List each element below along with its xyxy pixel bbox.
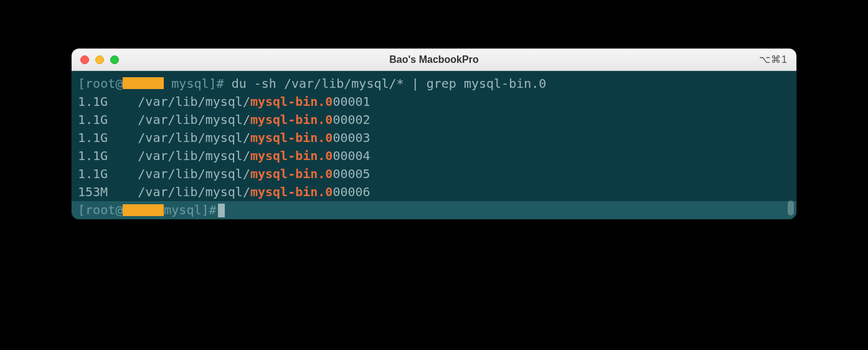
prompt-dir: mysql <box>164 76 209 91</box>
prompt-at: @ <box>115 76 123 91</box>
file-path-prefix: /var/lib/mysql/ <box>138 184 250 199</box>
hostname-redaction <box>123 77 164 89</box>
file-size: 1.1G <box>78 130 138 145</box>
file-path-suffix: 00003 <box>333 130 370 145</box>
prompt-open: [ <box>78 76 85 91</box>
terminal-body[interactable]: [root@ mysql]# du -sh /var/lib/mysql/* |… <box>72 71 796 219</box>
output-row: 1.1G /var/lib/mysql/mysql-bin.000003 <box>78 129 790 147</box>
file-path-prefix: /var/lib/mysql/ <box>138 94 250 109</box>
current-prompt-line[interactable]: [root@ mysql]# <box>72 201 796 219</box>
prompt-end: ]# <box>209 76 232 91</box>
file-path-suffix: 00006 <box>333 184 370 199</box>
grep-match: mysql-bin.0 <box>250 94 333 109</box>
prompt-user: root <box>85 76 115 91</box>
grep-match: mysql-bin.0 <box>250 184 333 199</box>
grep-match: mysql-bin.0 <box>250 166 333 181</box>
output-row: 1.1G /var/lib/mysql/mysql-bin.000001 <box>78 93 790 111</box>
prompt-dir: mysql <box>164 201 201 219</box>
file-path-prefix: /var/lib/mysql/ <box>138 148 250 163</box>
cursor <box>218 204 225 217</box>
hostname-redaction <box>123 204 164 216</box>
file-path-prefix: /var/lib/mysql/ <box>138 130 250 145</box>
file-path-prefix: /var/lib/mysql/ <box>138 166 250 181</box>
grep-match: mysql-bin.0 <box>250 112 333 127</box>
traffic-lights <box>80 55 119 64</box>
minimize-button[interactable] <box>95 55 104 64</box>
titlebar[interactable]: Bao's MacbookPro ⌥⌘1 <box>72 49 796 71</box>
file-path-suffix: 00001 <box>333 94 370 109</box>
file-size: 1.1G <box>78 148 138 163</box>
prompt-end: ]# <box>201 201 216 219</box>
file-path-suffix: 00005 <box>333 166 370 181</box>
file-path-prefix: /var/lib/mysql/ <box>138 112 250 127</box>
file-size: 1.1G <box>78 94 138 109</box>
file-path-suffix: 00002 <box>333 112 370 127</box>
grep-match: mysql-bin.0 <box>250 148 333 163</box>
file-size: 153M <box>78 184 138 199</box>
output-row: 153M /var/lib/mysql/mysql-bin.000006 <box>78 183 790 201</box>
terminal-window: Bao's MacbookPro ⌥⌘1 [root@ mysql]# du -… <box>72 49 796 219</box>
output-row: 1.1G /var/lib/mysql/mysql-bin.000005 <box>78 165 790 183</box>
file-path-suffix: 00004 <box>333 148 370 163</box>
file-size: 1.1G <box>78 166 138 181</box>
close-button[interactable] <box>80 55 89 64</box>
command-text: du -sh /var/lib/mysql/* | grep mysql-bin… <box>232 76 547 91</box>
output-row: 1.1G /var/lib/mysql/mysql-bin.000002 <box>78 111 790 129</box>
output-rows: 1.1G /var/lib/mysql/mysql-bin.0000011.1G… <box>78 93 790 201</box>
prompt-at: @ <box>115 201 123 219</box>
prompt-user: root <box>85 201 115 219</box>
zoom-button[interactable] <box>110 55 119 64</box>
scrollbar-thumb[interactable] <box>788 201 794 215</box>
command-line: [root@ mysql]# du -sh /var/lib/mysql/* |… <box>78 75 790 93</box>
grep-match: mysql-bin.0 <box>250 130 333 145</box>
window-shortcut: ⌥⌘1 <box>759 54 788 65</box>
file-size: 1.1G <box>78 112 138 127</box>
prompt-open: [ <box>78 201 85 219</box>
window-title: Bao's MacbookPro <box>72 54 796 65</box>
output-row: 1.1G /var/lib/mysql/mysql-bin.000004 <box>78 147 790 165</box>
